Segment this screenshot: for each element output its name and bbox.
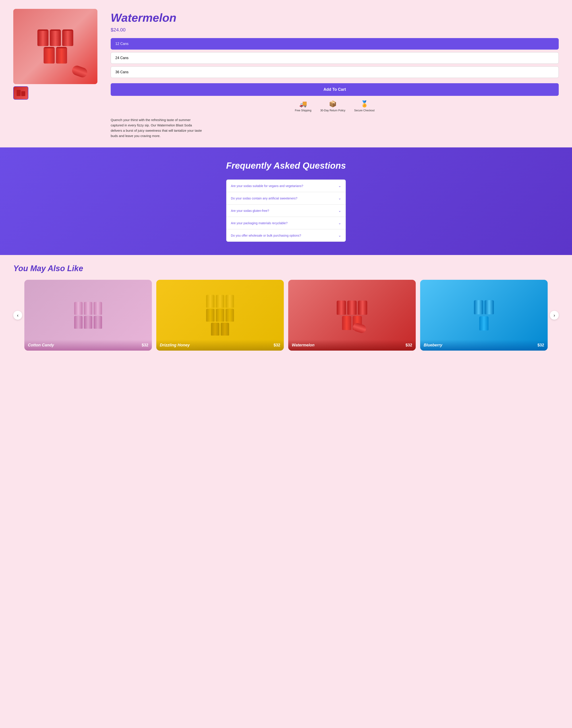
related-item-price-1: $32 [274, 343, 280, 348]
faq-chevron-2: ⌄ [338, 196, 341, 200]
product-images [13, 9, 97, 99]
related-item-name-3: Blueberry [424, 343, 442, 348]
related-item-name-2: Watermelon [292, 343, 314, 348]
faq-chevron-5: ⌄ [338, 233, 341, 237]
faq-title: Frequently Asked Questions [13, 161, 559, 171]
trust-badge-shipping: 🚚 Free Shipping [295, 100, 311, 112]
product-info: Watermelon $24.00 12 Cans 24 Cans 36 Can… [111, 9, 559, 139]
trust-badges: 🚚 Free Shipping 📦 30-Day Return Policy 🏅… [111, 100, 559, 112]
related-carousel: ‹ [13, 280, 559, 351]
trust-badge-checkout: 🏅 Secure Checkout [354, 100, 374, 112]
quantity-option-36[interactable]: 36 Cans [111, 66, 559, 78]
carousel-prev-button[interactable]: ‹ [13, 311, 22, 319]
faq-list: Are your sodas suitable for vegans and v… [226, 179, 346, 242]
return-icon: 📦 [329, 100, 337, 107]
faq-chevron-4: ⌄ [338, 221, 341, 225]
quantity-option-24[interactable]: 24 Cans [111, 52, 559, 64]
carousel-next-button[interactable]: › [550, 311, 559, 319]
related-item-name-0: Cotton Candy [28, 343, 54, 348]
related-items: Cotton Candy $32 [24, 280, 548, 351]
faq-item-1[interactable]: Are your sodas suitable for vegans and v… [226, 179, 346, 192]
related-item-drizzling-honey[interactable]: Drizzling Honey $32 [156, 280, 284, 351]
related-item-price-3: $32 [538, 343, 544, 348]
shipping-icon: 🚚 [299, 100, 307, 107]
faq-item-2[interactable]: Do your sodas contain any artificial swe… [226, 192, 346, 204]
faq-section: Frequently Asked Questions Are your soda… [0, 147, 572, 255]
add-to-cart-button[interactable]: Add To Cart [111, 83, 559, 96]
product-price: $24.00 [111, 27, 559, 33]
thumbnail-1[interactable] [13, 86, 28, 99]
faq-chevron-3: ⌄ [338, 209, 341, 213]
related-item-price-0: $32 [142, 343, 148, 348]
quantity-options: 12 Cans 24 Cans 36 Cans [111, 38, 559, 78]
faq-item-4[interactable]: Are your packaging materials recyclable?… [226, 217, 346, 229]
trust-badge-return: 📦 30-Day Return Policy [320, 100, 345, 112]
faq-chevron-1: ⌄ [338, 184, 341, 188]
related-title: You May Also Like [13, 264, 559, 273]
main-product-image [13, 9, 97, 84]
product-section: Watermelon $24.00 12 Cans 24 Cans 36 Can… [0, 0, 572, 147]
faq-question-1: Are your sodas suitable for vegans and v… [231, 184, 303, 188]
related-item-cotton-candy[interactable]: Cotton Candy $32 [24, 280, 152, 351]
return-label: 30-Day Return Policy [320, 109, 345, 112]
faq-item-5[interactable]: Do you offer wholesale or bulk purchasin… [226, 229, 346, 242]
checkout-icon: 🏅 [361, 100, 368, 107]
shipping-label: Free Shipping [295, 109, 311, 112]
checkout-label: Secure Checkout [354, 109, 374, 112]
faq-question-2: Do your sodas contain any artificial swe… [231, 197, 297, 200]
related-section: You May Also Like ‹ [0, 255, 572, 359]
faq-item-3[interactable]: Are your sodas gluten-free? ⌄ [226, 204, 346, 217]
faq-question-4: Are your packaging materials recyclable? [231, 221, 288, 225]
related-item-blueberry[interactable]: Blueberry $32 [420, 280, 548, 351]
thumbnail-row [13, 86, 97, 99]
related-item-watermelon[interactable]: Watermelon $32 [288, 280, 416, 351]
product-title: Watermelon [111, 11, 559, 24]
related-item-name-1: Drizzling Honey [160, 343, 190, 348]
quantity-option-12[interactable]: 12 Cans [111, 38, 559, 50]
faq-question-5: Do you offer wholesale or bulk purchasin… [231, 234, 301, 237]
related-item-price-2: $32 [406, 343, 412, 348]
product-description: Quench your thirst with the refreshing t… [111, 117, 204, 139]
faq-question-3: Are your sodas gluten-free? [231, 209, 269, 213]
